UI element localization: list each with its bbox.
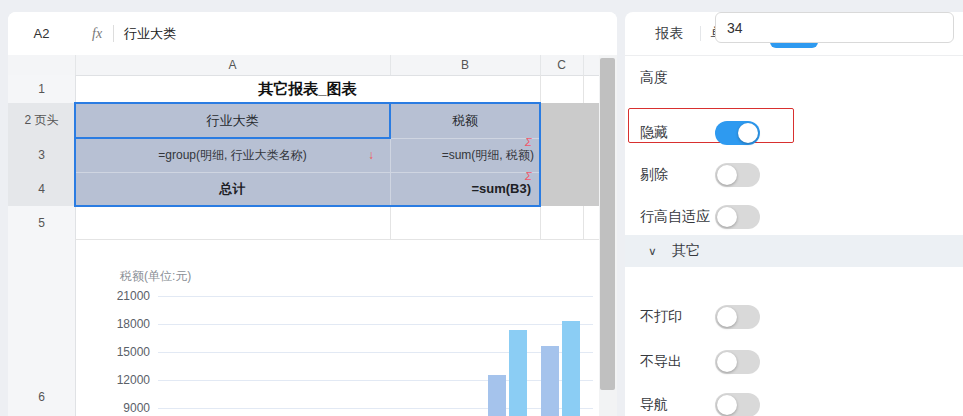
other-section-header[interactable]: ∨ 其它 <box>625 235 963 267</box>
row-header-label: 5 <box>38 216 45 230</box>
cell-b2[interactable]: 税额 <box>390 103 540 138</box>
toggle-knob <box>717 207 737 227</box>
navigation-label: 导航 <box>640 396 715 414</box>
fx-icon: fx <box>92 12 102 55</box>
y-axis-tick-label: 9000 <box>100 401 150 415</box>
column-header-b[interactable]: B <box>390 55 540 75</box>
navigation-toggle-row: 导航 <box>640 393 955 416</box>
height-field-row: 高度 <box>640 62 955 93</box>
row-height-autofit-toggle[interactable] <box>715 205 760 229</box>
sum-sigma-icon: Σ <box>525 136 539 148</box>
cell-b3-sum-formula[interactable]: =sum(明细, 税额) <box>390 138 534 172</box>
no-export-label: 不导出 <box>640 353 715 371</box>
hide-toggle-row: 隐藏 <box>640 121 955 145</box>
no-print-toggle[interactable] <box>715 305 760 329</box>
other-section-label: 其它 <box>672 242 700 260</box>
chevron-down-icon: ∨ <box>648 245 657 258</box>
cell-a4-total-label[interactable]: 总计 <box>75 172 390 206</box>
no-print-label: 不打印 <box>640 308 715 326</box>
toggle-knob <box>717 352 737 372</box>
row-header-1[interactable]: 1 <box>8 75 76 104</box>
chart-bar <box>488 375 506 416</box>
column-headers: A B C <box>8 55 617 76</box>
row-header-label: 3 <box>38 148 45 162</box>
cull-toggle[interactable] <box>715 163 760 187</box>
hide-toggle[interactable] <box>715 121 760 145</box>
hide-label: 隐藏 <box>640 124 715 142</box>
divider <box>113 25 114 42</box>
tab-label: 报表 <box>648 20 692 48</box>
chart-gridline <box>158 352 593 353</box>
scrollbar-thumb[interactable] <box>600 58 615 390</box>
column-header-c[interactable]: C <box>540 55 583 75</box>
column-header-a[interactable]: A <box>75 55 390 75</box>
cell-reference-box[interactable]: A2 <box>8 12 75 55</box>
no-export-toggle[interactable] <box>715 350 760 374</box>
y-axis-tick-label: 21000 <box>100 289 150 303</box>
row-header-4[interactable]: 4 <box>8 172 76 207</box>
out-of-range-area <box>540 103 599 206</box>
row-height-autofit-label: 行高自适应 <box>640 208 715 226</box>
chart-bar <box>509 330 527 416</box>
chart-gridline <box>158 296 593 297</box>
vertical-scrollbar[interactable] <box>599 55 617 416</box>
sum-sigma-icon: Σ <box>525 170 539 182</box>
no-print-toggle-row: 不打印 <box>640 305 955 329</box>
toggle-knob <box>717 307 737 327</box>
row-header-3[interactable]: 3 <box>8 138 76 173</box>
gridline <box>583 55 584 75</box>
cell-a3-group-formula[interactable]: =group(明细, 行业大类名称) <box>75 138 390 172</box>
row-header-6[interactable]: 6 <box>8 240 76 416</box>
chart-gridline <box>158 324 593 325</box>
toggle-knob <box>717 165 737 185</box>
row-height-autofit-toggle-row: 行高自适应 <box>640 205 955 229</box>
chart-title: 税额(单位:元) <box>120 268 191 285</box>
cull-label: 剔除 <box>640 166 715 184</box>
spreadsheet-panel: A2 fx 行业大类 A B C 1 2 页头 3 4 5 6 其它报表_图表 … <box>8 12 617 416</box>
cull-toggle-row: 剔除 <box>640 163 955 187</box>
select-all-corner[interactable] <box>8 55 76 75</box>
toggle-knob <box>738 123 758 143</box>
cell-b4-sum-formula[interactable]: =sum(B3) <box>390 172 531 206</box>
height-input[interactable] <box>715 12 954 43</box>
properties-panel: 报表 单元格 行 列 工作表 高度 隐藏 剔除 行高自适应 ∨ 其它 不打印 不… <box>625 12 963 416</box>
y-axis-tick-label: 12000 <box>100 373 150 387</box>
row-header-label: 6 <box>38 390 45 404</box>
cell-a1-report-title[interactable]: 其它报表_图表 <box>75 75 540 103</box>
chart-gridline <box>158 380 593 381</box>
navigation-toggle[interactable] <box>715 393 760 416</box>
toggle-knob <box>717 395 737 415</box>
row-header-2-pageheader[interactable]: 2 页头 <box>8 103 76 139</box>
cell-a2[interactable]: 行业大类 <box>75 103 390 138</box>
tab-report[interactable]: 报表 <box>639 20 700 48</box>
no-export-toggle-row: 不导出 <box>640 350 955 374</box>
y-axis-tick-label: 15000 <box>100 345 150 359</box>
formula-bar: A2 fx 行业大类 <box>8 12 617 56</box>
formula-input[interactable]: 行业大类 <box>124 12 176 55</box>
y-axis-tick-label: 18000 <box>100 317 150 331</box>
expand-direction-down-icon: ↓ <box>368 138 374 172</box>
chart-bar <box>541 346 559 416</box>
row-header-label: 1 <box>38 82 45 96</box>
chart-bar <box>562 321 580 416</box>
height-label: 高度 <box>640 69 715 87</box>
row-header-label: 4 <box>38 182 45 196</box>
row-header-5[interactable]: 5 <box>8 206 76 241</box>
chart-gridline <box>158 408 593 409</box>
row-header-label: 2 页头 <box>24 112 58 129</box>
